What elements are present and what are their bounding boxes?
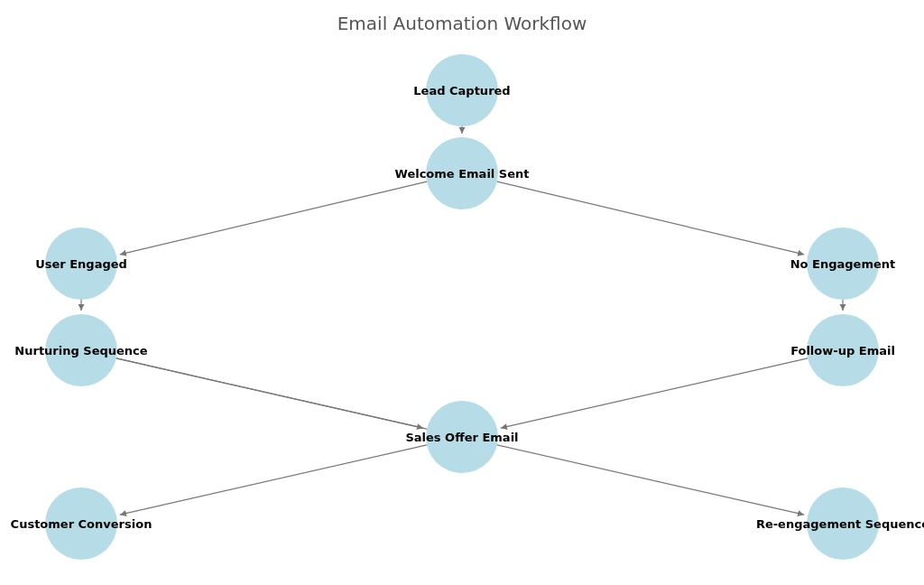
node-label-lead: Lead Captured	[413, 84, 510, 98]
edge-welcome-to-engaged	[120, 181, 427, 255]
edge-offer-to-convert	[120, 445, 427, 515]
node-label-convert: Customer Conversion	[11, 517, 152, 531]
workflow-diagram: Email Automation Workflow Lead CapturedW…	[0, 0, 924, 585]
node-label-engaged: User Engaged	[35, 257, 127, 271]
node-label-followup: Follow-up Email	[790, 344, 895, 358]
node-label-nurture: Nurturing Sequence	[14, 344, 147, 358]
edge-welcome-to-noeng	[497, 181, 804, 255]
node-label-offer: Sales Offer Email	[405, 431, 518, 444]
node-label-welcome: Welcome Email Sent	[395, 167, 530, 181]
node-label-noeng: No Engagement	[790, 257, 896, 271]
edge-followup-to-offer	[501, 358, 808, 428]
node-label-reeng: Re-engagement Sequence	[756, 517, 924, 531]
